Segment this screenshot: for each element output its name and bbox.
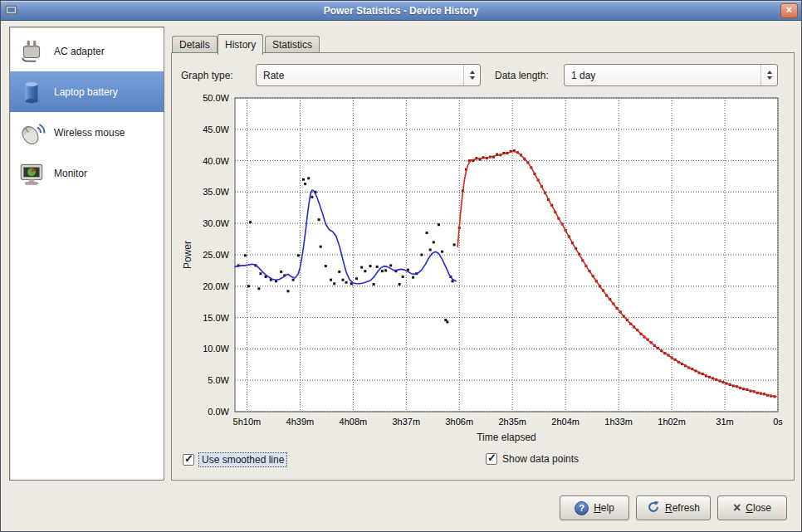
device-item-label: Monitor <box>54 168 87 179</box>
history-graph: 5h10m4h39m4h08m3h37m3h06m2h35m2h04m1h33m… <box>183 93 788 432</box>
history-page: Graph type: Rate Data length: 1 day Powe… <box>171 52 795 481</box>
svg-text:31m: 31m <box>716 417 733 427</box>
device-item-label: Wireless mouse <box>54 127 125 139</box>
check-icon: ✓ <box>184 452 193 465</box>
svg-text:45.0W: 45.0W <box>203 124 229 134</box>
refresh-icon <box>647 500 660 516</box>
svg-text:30.0W: 30.0W <box>203 218 229 228</box>
power-statistics-window: Power Statistics - Device History × AC a… <box>0 0 802 532</box>
window-title: Power Statistics - Device History <box>1 5 801 17</box>
use-smoothed-line-checkbox[interactable]: ✓ Use smoothed line <box>183 453 286 466</box>
svg-text:3h06m: 3h06m <box>445 417 473 427</box>
svg-text:5h10m: 5h10m <box>233 417 262 427</box>
svg-text:1h33m: 1h33m <box>604 417 633 427</box>
history-notebook: Details History Statistics Graph type: R… <box>171 34 795 481</box>
tab-statistics[interactable]: Statistics <box>265 36 320 53</box>
tab-history[interactable]: History <box>218 34 263 55</box>
device-item-laptop-battery[interactable]: Laptop battery <box>10 71 164 112</box>
svg-text:2h04m: 2h04m <box>551 417 579 427</box>
help-button-label: Help <box>594 502 614 514</box>
window-close-button[interactable]: × <box>780 3 798 18</box>
x-axis-title: Time elapsed <box>235 432 778 443</box>
svg-text:3h37m: 3h37m <box>392 417 420 427</box>
device-item-wireless-mouse[interactable]: Wireless mouse <box>10 112 164 153</box>
svg-text:5.0W: 5.0W <box>208 375 229 385</box>
close-button[interactable]: × Close <box>717 495 787 520</box>
mouse-icon <box>17 118 46 148</box>
svg-text:50.0W: 50.0W <box>203 93 229 103</box>
close-icon: × <box>733 501 741 515</box>
svg-text:40.0W: 40.0W <box>203 156 229 166</box>
svg-text:4h39m: 4h39m <box>286 417 315 427</box>
help-button[interactable]: ? Help <box>560 495 629 520</box>
svg-text:20.0W: 20.0W <box>203 281 229 291</box>
refresh-button-label: Refresh <box>665 502 700 514</box>
checkbox-box: ✓ <box>183 454 194 466</box>
monitor-icon <box>17 159 46 188</box>
svg-text:0s: 0s <box>773 417 783 427</box>
svg-text:0.0W: 0.0W <box>208 407 229 417</box>
svg-text:10.0W: 10.0W <box>203 344 229 354</box>
graph-type-combobox[interactable]: Rate <box>256 64 481 86</box>
combo-arrows-icon <box>760 65 777 85</box>
svg-text:15.0W: 15.0W <box>203 313 229 323</box>
battery-icon <box>17 77 46 107</box>
close-x-icon: × <box>786 4 792 16</box>
svg-text:25.0W: 25.0W <box>203 250 229 260</box>
tab-label: Statistics <box>272 39 312 51</box>
action-button-row: ? Help Refresh × Close <box>560 495 787 520</box>
history-chart: Power 5h10m4h39m4h08m3h37m3h06m2h35m2h04… <box>178 91 790 450</box>
app-icon[interactable] <box>4 3 18 17</box>
svg-text:2h35m: 2h35m <box>498 417 526 427</box>
graph-type-value: Rate <box>257 70 284 81</box>
data-length-label: Data length: <box>495 70 549 81</box>
ac-adapter-icon <box>17 37 46 66</box>
refresh-button[interactable]: Refresh <box>636 495 711 520</box>
graph-type-label: Graph type: <box>181 70 233 81</box>
tab-label: History <box>225 39 256 51</box>
device-item-ac-adapter[interactable]: AC adapter <box>10 31 164 71</box>
checkbox-label: Use smoothed line <box>199 453 286 466</box>
tab-details[interactable]: Details <box>172 36 218 53</box>
checkbox-label: Show data points <box>502 453 579 465</box>
svg-text:4h08m: 4h08m <box>340 417 368 427</box>
close-button-label: Close <box>746 502 771 514</box>
data-length-combobox[interactable]: 1 day <box>564 64 778 86</box>
titlebar[interactable]: Power Statistics - Device History × <box>1 1 801 21</box>
tab-label: Details <box>179 39 210 51</box>
device-item-monitor[interactable]: Monitor <box>10 153 164 193</box>
data-length-value: 1 day <box>565 70 595 81</box>
combo-arrows-icon <box>463 65 480 85</box>
checkbox-box: ✓ <box>486 453 497 465</box>
check-icon: ✓ <box>487 451 496 464</box>
svg-text:35.0W: 35.0W <box>203 187 229 197</box>
device-list: AC adapter Laptop battery <box>9 27 164 481</box>
device-item-label: Laptop battery <box>54 86 118 98</box>
device-item-label: AC adapter <box>54 46 105 57</box>
help-icon: ? <box>575 501 589 515</box>
show-data-points-checkbox[interactable]: ✓ Show data points <box>486 453 579 465</box>
svg-text:1h02m: 1h02m <box>658 417 686 427</box>
